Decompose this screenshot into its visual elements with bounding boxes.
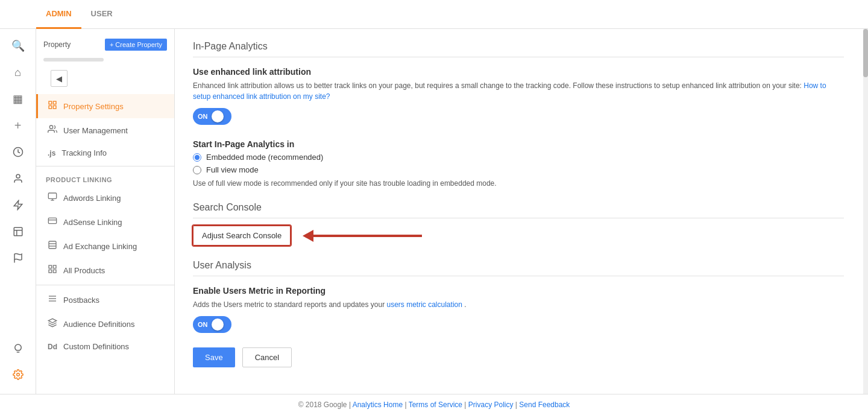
enhanced-link-block: Use enhanced link attribution Enhanced l… [193,67,844,125]
scrollbar-track[interactable] [863,29,868,394]
property-settings-icon [48,100,57,112]
custom-definitions-icon: Dd [48,343,57,351]
property-header: Property + Create Property [36,34,174,55]
sidebar-item-adsense[interactable]: AdSense Linking [36,210,174,234]
sidebar-item-property-settings[interactable]: Property Settings [36,94,174,118]
sidebar-item-adwords[interactable]: Adwords Linking [36,186,174,210]
svg-rect-3 [14,227,22,236]
postbacks-icon [48,294,57,306]
users-metric-link[interactable]: users metric calculation [387,300,462,309]
user-analysis-title: User Analysis [193,260,844,276]
search-console-title: Search Console [193,202,844,218]
svg-rect-8 [49,101,52,104]
radio-fullview-input[interactable] [193,166,201,174]
property-selector-bar [43,58,104,62]
tracking-info-icon: .js [48,149,55,157]
tracking-info-label: Tracking Info [61,148,107,157]
radio-embedded[interactable]: Embedded mode (recommended) [193,153,844,162]
main-content: In-Page Analytics Use enhanced link attr… [175,29,868,394]
audience-definitions-label: Audience Definitions [63,320,135,329]
users-toggle-on-label: ON [198,321,208,328]
radio-fullview[interactable]: Full view mode [193,165,844,174]
svg-rect-21 [49,265,52,268]
property-settings-label: Property Settings [63,102,124,111]
start-in-page-title: Start In-Page Analytics in [193,139,844,149]
gear-icon[interactable] [6,363,30,387]
adsense-label: AdSense Linking [63,218,122,227]
arrow-annotation [303,230,422,242]
start-in-page-block: Start In-Page Analytics in Embedded mode… [193,139,844,188]
adwords-label: Adwords Linking [63,194,121,203]
search-console-section: Search Console Adjust Search Console [193,202,844,246]
sidebar-item-ad-exchange[interactable]: Ad Exchange Linking [36,234,174,258]
action-buttons: Save Cancel [193,347,844,367]
search-nav-icon[interactable]: 🔍 [6,34,30,58]
tab-admin[interactable]: ADMIN [36,0,81,29]
in-page-analytics-title: In-Page Analytics [193,41,844,57]
svg-rect-23 [53,270,56,273]
divider-2 [36,285,174,285]
table-icon[interactable] [6,220,30,244]
person-icon[interactable] [6,166,30,191]
sidebar-item-postbacks[interactable]: Postbacks [36,288,174,312]
sidebar-item-all-products[interactable]: All Products [36,258,174,282]
users-metric-toggle[interactable]: ON [193,316,231,333]
radio-embedded-input[interactable] [193,153,201,162]
svg-rect-9 [53,101,56,104]
cancel-button[interactable]: Cancel [242,347,292,367]
enable-users-title: Enable Users Metric in Reporting [193,286,844,296]
enhanced-link-toggle-wrapper: ON [193,108,844,125]
arrow-line [313,235,422,237]
add-dashboard-icon[interactable]: + [6,113,30,138]
sidebar-item-user-management[interactable]: User Management [36,118,174,142]
svg-rect-16 [48,218,56,223]
sidebar-item-audience-definitions[interactable]: Audience Definitions [36,312,174,336]
top-bar: ADMIN USER [0,0,868,29]
users-metric-toggle-wrapper: ON [193,316,844,333]
ad-exchange-icon [48,240,57,252]
product-linking-label: PRODUCT LINKING [36,169,174,186]
all-products-icon [48,264,57,276]
back-button[interactable]: ◀ [51,70,68,87]
enable-users-desc: Adds the Users metric to standard report… [193,299,844,310]
lightning-icon[interactable] [6,193,30,217]
main-layout: 🔍 ⌂ ▦ + Property [0,29,868,394]
adsense-icon [48,216,57,228]
toggle-on-label: ON [198,113,208,120]
enhanced-link-title: Use enhanced link attribution [193,67,844,77]
lightbulb-icon[interactable] [6,336,30,360]
clock-icon[interactable] [6,140,30,164]
dashboard-icon[interactable]: ▦ [6,87,30,111]
footer-link-feedback[interactable]: Send Feedback [519,401,570,409]
enhanced-link-desc: Enhanced link attribution allows us to b… [193,80,844,102]
arrow-head [303,230,313,242]
adjust-search-console-button[interactable]: Adjust Search Console [193,226,291,246]
secondary-sidebar: Property + Create Property ◀ Property Se… [36,29,175,394]
custom-definitions-label: Custom Definitions [63,342,129,351]
audience-definitions-icon [48,318,57,330]
radio-group: Embedded mode (recommended) Full view mo… [193,153,844,174]
ad-exchange-label: Ad Exchange Linking [63,242,137,251]
footer-link-analytics-home[interactable]: Analytics Home [353,401,403,409]
tab-user[interactable]: USER [81,0,122,29]
svg-marker-2 [14,201,22,210]
flag-icon[interactable] [6,246,30,270]
user-management-label: User Management [63,126,128,135]
create-property-button[interactable]: + Create Property [105,39,167,51]
svg-rect-18 [49,241,56,249]
radio-fullview-label: Full view mode [206,165,259,174]
home-icon[interactable]: ⌂ [6,60,30,84]
footer-link-terms[interactable]: Terms of Service [409,401,462,409]
sidebar-item-custom-definitions[interactable]: Dd Custom Definitions [36,336,174,357]
enhanced-link-toggle[interactable]: ON [193,108,231,125]
copyright: © 2018 Google [298,401,347,409]
all-products-label: All Products [63,266,105,275]
footer-link-privacy[interactable]: Privacy Policy [468,401,514,409]
svg-point-12 [49,125,52,128]
icon-sidebar: 🔍 ⌂ ▦ + [0,29,36,394]
radio-embedded-label: Embedded mode (recommended) [206,153,323,162]
scrollbar-thumb[interactable] [863,29,868,77]
save-button[interactable]: Save [193,347,235,367]
sidebar-item-tracking-info[interactable]: .js Tracking Info [36,142,174,163]
adjust-btn-wrapper: Adjust Search Console [193,226,844,246]
